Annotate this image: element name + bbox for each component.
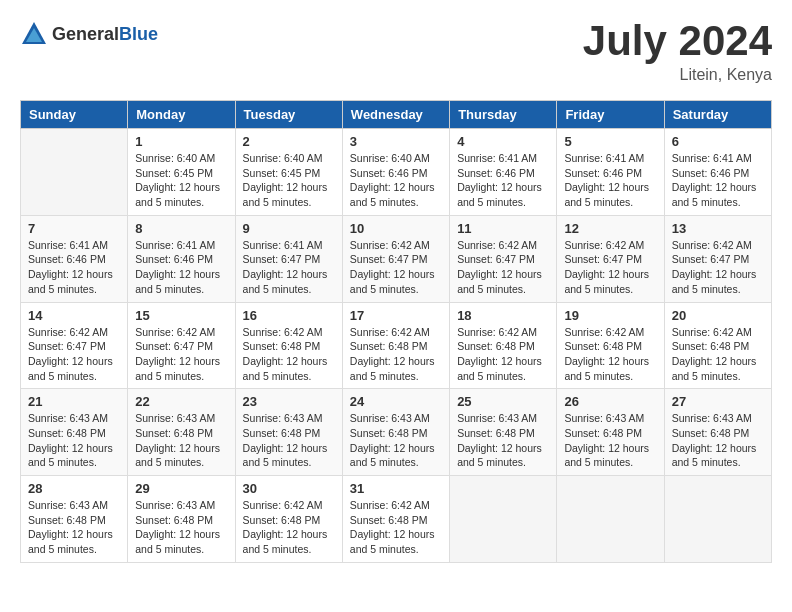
day-number: 17 [350,308,442,323]
cell-info: Sunrise: 6:42 AM Sunset: 6:48 PM Dayligh… [350,498,442,557]
cell-info: Sunrise: 6:42 AM Sunset: 6:47 PM Dayligh… [135,325,227,384]
header-saturday: Saturday [664,101,771,129]
day-number: 2 [243,134,335,149]
calendar-cell [21,129,128,216]
cell-info: Sunrise: 6:43 AM Sunset: 6:48 PM Dayligh… [564,411,656,470]
calendar-cell: 20Sunrise: 6:42 AM Sunset: 6:48 PM Dayli… [664,302,771,389]
calendar-cell: 17Sunrise: 6:42 AM Sunset: 6:48 PM Dayli… [342,302,449,389]
day-number: 23 [243,394,335,409]
day-number: 16 [243,308,335,323]
calendar-cell: 10Sunrise: 6:42 AM Sunset: 6:47 PM Dayli… [342,215,449,302]
cell-info: Sunrise: 6:43 AM Sunset: 6:48 PM Dayligh… [28,498,120,557]
calendar-cell: 14Sunrise: 6:42 AM Sunset: 6:47 PM Dayli… [21,302,128,389]
calendar-cell: 27Sunrise: 6:43 AM Sunset: 6:48 PM Dayli… [664,389,771,476]
calendar-cell: 2Sunrise: 6:40 AM Sunset: 6:45 PM Daylig… [235,129,342,216]
header-friday: Friday [557,101,664,129]
cell-info: Sunrise: 6:43 AM Sunset: 6:48 PM Dayligh… [457,411,549,470]
calendar-cell: 1Sunrise: 6:40 AM Sunset: 6:45 PM Daylig… [128,129,235,216]
calendar-cell: 21Sunrise: 6:43 AM Sunset: 6:48 PM Dayli… [21,389,128,476]
header: GeneralBlue July 2024 Litein, Kenya [20,20,772,84]
day-number: 11 [457,221,549,236]
cell-info: Sunrise: 6:42 AM Sunset: 6:47 PM Dayligh… [28,325,120,384]
cell-info: Sunrise: 6:41 AM Sunset: 6:46 PM Dayligh… [564,151,656,210]
day-number: 24 [350,394,442,409]
cell-info: Sunrise: 6:41 AM Sunset: 6:46 PM Dayligh… [457,151,549,210]
day-number: 9 [243,221,335,236]
cell-info: Sunrise: 6:41 AM Sunset: 6:47 PM Dayligh… [243,238,335,297]
week-row-1: 1Sunrise: 6:40 AM Sunset: 6:45 PM Daylig… [21,129,772,216]
cell-info: Sunrise: 6:43 AM Sunset: 6:48 PM Dayligh… [28,411,120,470]
week-row-4: 21Sunrise: 6:43 AM Sunset: 6:48 PM Dayli… [21,389,772,476]
calendar-cell: 30Sunrise: 6:42 AM Sunset: 6:48 PM Dayli… [235,476,342,563]
day-number: 28 [28,481,120,496]
day-number: 13 [672,221,764,236]
day-number: 20 [672,308,764,323]
calendar-cell: 18Sunrise: 6:42 AM Sunset: 6:48 PM Dayli… [450,302,557,389]
cell-info: Sunrise: 6:42 AM Sunset: 6:47 PM Dayligh… [672,238,764,297]
cell-info: Sunrise: 6:42 AM Sunset: 6:48 PM Dayligh… [672,325,764,384]
cell-info: Sunrise: 6:43 AM Sunset: 6:48 PM Dayligh… [350,411,442,470]
day-number: 29 [135,481,227,496]
cell-info: Sunrise: 6:40 AM Sunset: 6:46 PM Dayligh… [350,151,442,210]
cell-info: Sunrise: 6:43 AM Sunset: 6:48 PM Dayligh… [672,411,764,470]
header-sunday: Sunday [21,101,128,129]
header-wednesday: Wednesday [342,101,449,129]
cell-info: Sunrise: 6:43 AM Sunset: 6:48 PM Dayligh… [135,411,227,470]
day-number: 14 [28,308,120,323]
day-number: 19 [564,308,656,323]
calendar-cell: 22Sunrise: 6:43 AM Sunset: 6:48 PM Dayli… [128,389,235,476]
header-tuesday: Tuesday [235,101,342,129]
logo: GeneralBlue [20,20,158,48]
day-number: 18 [457,308,549,323]
cell-info: Sunrise: 6:42 AM Sunset: 6:48 PM Dayligh… [243,498,335,557]
location: Litein, Kenya [583,66,772,84]
day-number: 30 [243,481,335,496]
calendar-cell: 19Sunrise: 6:42 AM Sunset: 6:48 PM Dayli… [557,302,664,389]
calendar-cell: 9Sunrise: 6:41 AM Sunset: 6:47 PM Daylig… [235,215,342,302]
day-number: 15 [135,308,227,323]
calendar-cell: 7Sunrise: 6:41 AM Sunset: 6:46 PM Daylig… [21,215,128,302]
day-number: 12 [564,221,656,236]
cell-info: Sunrise: 6:42 AM Sunset: 6:48 PM Dayligh… [243,325,335,384]
cell-info: Sunrise: 6:42 AM Sunset: 6:47 PM Dayligh… [457,238,549,297]
calendar-cell: 5Sunrise: 6:41 AM Sunset: 6:46 PM Daylig… [557,129,664,216]
day-number: 31 [350,481,442,496]
day-number: 8 [135,221,227,236]
cell-info: Sunrise: 6:41 AM Sunset: 6:46 PM Dayligh… [672,151,764,210]
cell-info: Sunrise: 6:42 AM Sunset: 6:48 PM Dayligh… [564,325,656,384]
day-number: 26 [564,394,656,409]
day-number: 1 [135,134,227,149]
day-number: 5 [564,134,656,149]
logo-general: General [52,24,119,44]
calendar-cell: 13Sunrise: 6:42 AM Sunset: 6:47 PM Dayli… [664,215,771,302]
day-number: 27 [672,394,764,409]
calendar-cell [664,476,771,563]
day-number: 4 [457,134,549,149]
week-row-3: 14Sunrise: 6:42 AM Sunset: 6:47 PM Dayli… [21,302,772,389]
calendar-cell: 11Sunrise: 6:42 AM Sunset: 6:47 PM Dayli… [450,215,557,302]
calendar-cell: 16Sunrise: 6:42 AM Sunset: 6:48 PM Dayli… [235,302,342,389]
cell-info: Sunrise: 6:43 AM Sunset: 6:48 PM Dayligh… [135,498,227,557]
calendar-cell: 24Sunrise: 6:43 AM Sunset: 6:48 PM Dayli… [342,389,449,476]
day-number: 22 [135,394,227,409]
calendar-cell: 3Sunrise: 6:40 AM Sunset: 6:46 PM Daylig… [342,129,449,216]
logo-icon [20,20,48,48]
cell-info: Sunrise: 6:42 AM Sunset: 6:48 PM Dayligh… [457,325,549,384]
day-number: 21 [28,394,120,409]
calendar-cell: 28Sunrise: 6:43 AM Sunset: 6:48 PM Dayli… [21,476,128,563]
calendar-table: SundayMondayTuesdayWednesdayThursdayFrid… [20,100,772,563]
day-number: 25 [457,394,549,409]
calendar-cell [557,476,664,563]
week-row-5: 28Sunrise: 6:43 AM Sunset: 6:48 PM Dayli… [21,476,772,563]
calendar-cell: 26Sunrise: 6:43 AM Sunset: 6:48 PM Dayli… [557,389,664,476]
calendar-cell: 4Sunrise: 6:41 AM Sunset: 6:46 PM Daylig… [450,129,557,216]
cell-info: Sunrise: 6:41 AM Sunset: 6:46 PM Dayligh… [28,238,120,297]
day-number: 10 [350,221,442,236]
cell-info: Sunrise: 6:40 AM Sunset: 6:45 PM Dayligh… [243,151,335,210]
calendar-cell: 12Sunrise: 6:42 AM Sunset: 6:47 PM Dayli… [557,215,664,302]
calendar-cell: 8Sunrise: 6:41 AM Sunset: 6:46 PM Daylig… [128,215,235,302]
week-row-2: 7Sunrise: 6:41 AM Sunset: 6:46 PM Daylig… [21,215,772,302]
calendar-cell: 31Sunrise: 6:42 AM Sunset: 6:48 PM Dayli… [342,476,449,563]
logo-text: GeneralBlue [52,24,158,45]
cell-info: Sunrise: 6:41 AM Sunset: 6:46 PM Dayligh… [135,238,227,297]
